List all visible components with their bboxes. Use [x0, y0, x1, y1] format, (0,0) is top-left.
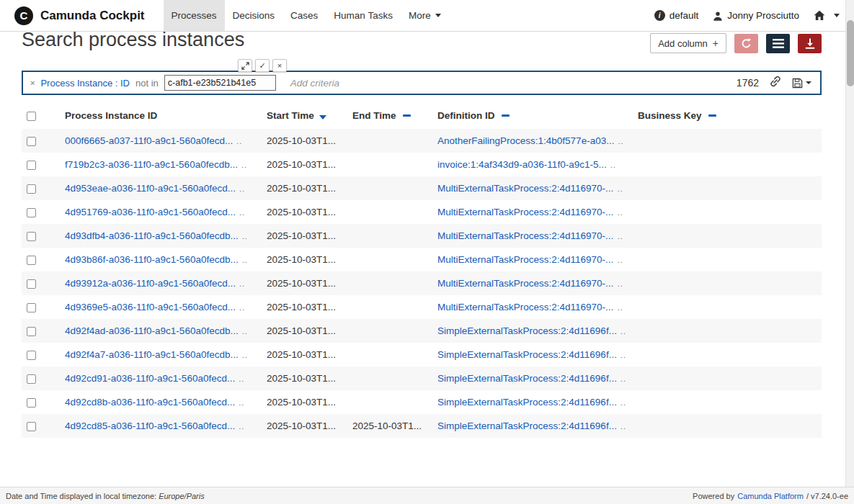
expand-definition-button[interactable]: ..: [617, 256, 623, 264]
start-time-cell: 2025-10-03T1...: [267, 349, 336, 360]
select-all-checkbox[interactable]: [27, 112, 36, 121]
cancel-button[interactable]: ×: [272, 59, 287, 72]
expand-id-button[interactable]: ..: [239, 422, 244, 431]
row-checkbox[interactable]: [27, 184, 36, 194]
row-checkbox[interactable]: [27, 232, 36, 241]
process-instance-link[interactable]: 4d92cd85-a036-11f0-a9c1-560a0fecd...: [65, 420, 235, 431]
expand-editor-button[interactable]: [238, 59, 252, 72]
nav-item-human-tasks[interactable]: Human Tasks: [326, 0, 401, 31]
sort-toggle-icon[interactable]: [502, 114, 510, 117]
definition-link[interactable]: MultiExternalTaskProcess:2:4d116970-...: [437, 183, 613, 194]
expand-definition-button[interactable]: ..: [618, 137, 623, 145]
definition-link[interactable]: invoice:1:4af343d9-a036-11f0-a9c1-5...: [437, 159, 607, 170]
definition-link[interactable]: SimpleExternalTaskProcess:2:4d11696f...: [437, 349, 617, 360]
process-instance-link[interactable]: 4d93b86f-a036-11f0-a9c1-560a0fecdb...: [65, 254, 239, 265]
expand-id-button[interactable]: ..: [236, 137, 242, 145]
expand-definition-button[interactable]: ..: [621, 327, 626, 336]
row-checkbox[interactable]: [27, 327, 36, 336]
definition-link[interactable]: MultiExternalTaskProcess:2:4d116970-...: [437, 207, 613, 217]
add-column-button[interactable]: Add column +: [650, 33, 726, 53]
row-checkbox[interactable]: [27, 161, 36, 170]
criterion-operator[interactable]: not in: [135, 78, 159, 89]
process-instance-link[interactable]: 4d92cd91-a036-11f0-a9c1-560a0fecd...: [65, 373, 235, 384]
confirm-button[interactable]: ✓: [255, 59, 270, 72]
check-icon: ✓: [259, 61, 265, 71]
brand[interactable]: C Camunda Cockpit: [14, 0, 145, 31]
nav-item-cases[interactable]: Cases: [283, 0, 326, 31]
save-search-dropdown[interactable]: [792, 78, 811, 89]
user-menu[interactable]: Jonny Prosciutto: [713, 10, 799, 21]
process-instance-link[interactable]: f719b2c3-a036-11f0-a9c1-560a0fecdb...: [65, 159, 238, 170]
definition-link[interactable]: MultiExternalTaskProcess:2:4d116970-...: [437, 254, 613, 265]
expand-id-button[interactable]: ..: [241, 161, 247, 169]
nav-item-processes[interactable]: Processes: [164, 0, 225, 31]
table-row: 4d953eae-a036-11f0-a9c1-560a0fecd..... 2…: [22, 176, 822, 200]
expand-id-button[interactable]: ..: [239, 303, 245, 312]
row-checkbox[interactable]: [27, 256, 36, 265]
row-checkbox[interactable]: [27, 137, 36, 146]
expand-definition-button[interactable]: ..: [617, 232, 623, 240]
scrollbar[interactable]: [845, 0, 854, 487]
engine-selector[interactable]: i default: [654, 10, 699, 21]
process-instance-link[interactable]: 4d93dfb4-a036-11f0-a9c1-560a0fecdb...: [65, 230, 239, 241]
process-instance-link[interactable]: 4d93912a-a036-11f0-a9c1-560a0fecd...: [65, 278, 236, 289]
expand-definition-button[interactable]: ..: [621, 398, 626, 407]
expand-id-button[interactable]: ..: [242, 256, 248, 264]
scrollbar-thumb[interactable]: [847, 20, 854, 86]
process-instance-link[interactable]: 4d9369e5-a036-11f0-a9c1-560a0fecd...: [65, 302, 236, 312]
row-checkbox[interactable]: [27, 208, 36, 217]
refresh-button[interactable]: [734, 34, 758, 53]
row-checkbox[interactable]: [27, 351, 36, 360]
expand-definition-button[interactable]: ..: [621, 422, 626, 431]
copy-link-button[interactable]: [770, 76, 781, 90]
expand-definition-button[interactable]: ..: [621, 351, 626, 359]
process-instance-link[interactable]: 4d92f4a7-a036-11f0-a9c1-560a0fecdb...: [65, 349, 239, 360]
process-instance-link[interactable]: 4d953eae-a036-11f0-a9c1-560a0fecd...: [65, 183, 236, 194]
row-checkbox[interactable]: [27, 374, 36, 384]
expand-id-button[interactable]: ..: [242, 327, 248, 336]
download-button[interactable]: [798, 34, 822, 53]
definition-link[interactable]: SimpleExternalTaskProcess:2:4d11696f...: [437, 420, 617, 431]
expand-definition-button[interactable]: ..: [617, 184, 623, 193]
expand-id-button[interactable]: ..: [239, 184, 245, 193]
definition-link[interactable]: SimpleExternalTaskProcess:2:4d11696f...: [437, 325, 617, 336]
expand-definition-button[interactable]: ..: [610, 161, 616, 169]
definition-link[interactable]: MultiExternalTaskProcess:2:4d116970-...: [437, 302, 613, 312]
add-criteria-input[interactable]: Add criteria: [290, 78, 339, 89]
process-instance-link[interactable]: 4d92cd8b-a036-11f0-a9c1-560a0fecd...: [65, 397, 235, 408]
list-view-button[interactable]: [766, 34, 790, 53]
process-instance-link[interactable]: 000f6665-a037-11f0-a9c1-560a0fecd...: [65, 135, 233, 146]
expand-definition-button[interactable]: ..: [617, 279, 623, 288]
definition-link[interactable]: MultiExternalTaskProcess:2:4d116970-...: [437, 278, 613, 289]
expand-id-button[interactable]: ..: [239, 398, 244, 407]
definition-link[interactable]: MultiExternalTaskProcess:2:4d116970-...: [437, 230, 613, 241]
home-menu[interactable]: [814, 10, 840, 21]
camunda-platform-link[interactable]: Camunda Platform: [737, 492, 804, 500]
expand-id-button[interactable]: ..: [242, 232, 248, 240]
remove-criterion-button[interactable]: ×: [30, 78, 35, 87]
sort-toggle-icon[interactable]: [708, 114, 716, 117]
row-checkbox[interactable]: [27, 398, 36, 408]
criterion-name[interactable]: Process Instance : ID: [40, 78, 130, 89]
row-checkbox[interactable]: [27, 422, 36, 431]
definition-link[interactable]: AnotherFailingProcess:1:4b0f577e-a03...: [437, 135, 614, 146]
row-checkbox[interactable]: [27, 303, 36, 312]
expand-id-button[interactable]: ..: [239, 279, 245, 288]
nav-item-decisions[interactable]: Decisions: [225, 0, 283, 31]
sort-desc-icon[interactable]: [319, 115, 326, 120]
expand-id-button[interactable]: ..: [239, 208, 245, 217]
process-instance-link[interactable]: 4d951769-a036-11f0-a9c1-560a0fecd...: [65, 207, 236, 217]
expand-definition-button[interactable]: ..: [617, 303, 623, 312]
expand-id-button[interactable]: ..: [239, 374, 244, 383]
definition-link[interactable]: SimpleExternalTaskProcess:2:4d11696f...: [437, 373, 617, 384]
expand-definition-button[interactable]: ..: [617, 208, 623, 217]
nav-item-more[interactable]: More: [401, 0, 449, 31]
expand-definition-button[interactable]: ..: [621, 374, 626, 383]
row-checkbox[interactable]: [27, 279, 36, 289]
definition-link[interactable]: SimpleExternalTaskProcess:2:4d11696f...: [437, 397, 617, 408]
expand-id-button[interactable]: ..: [242, 351, 248, 359]
criterion-value-input[interactable]: [164, 75, 276, 91]
sort-toggle-icon[interactable]: [403, 114, 411, 117]
process-instance-link[interactable]: 4d92f4ad-a036-11f0-a9c1-560a0fecdb...: [65, 325, 239, 336]
info-icon: i: [654, 10, 665, 21]
